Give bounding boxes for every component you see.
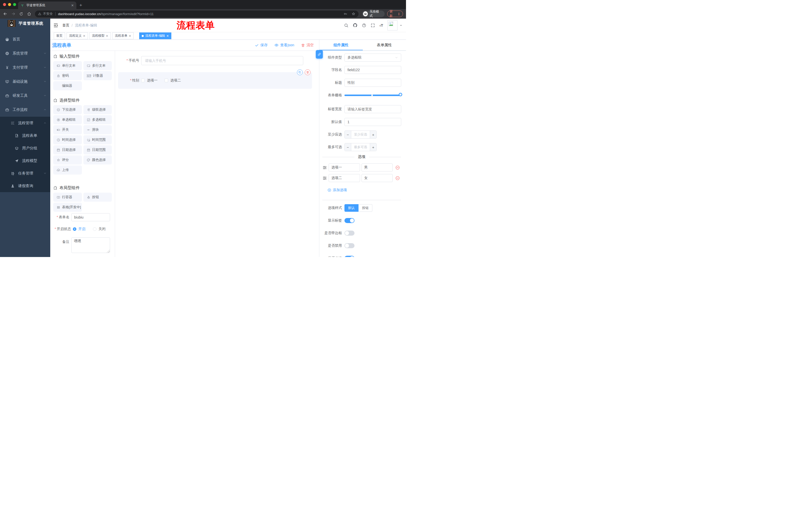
- fullscreen-icon[interactable]: [371, 23, 375, 28]
- form-name-input[interactable]: [71, 213, 110, 221]
- option-label-input[interactable]: [329, 174, 360, 182]
- sidebar-logo[interactable]: 芋道管理系统: [0, 19, 50, 28]
- update-button[interactable]: 更新 ⋮: [387, 10, 403, 17]
- key-icon[interactable]: [343, 12, 347, 16]
- palette-item-日期范围[interactable]: 日期范围: [83, 145, 112, 154]
- max-select-value[interactable]: 最多可选: [351, 143, 370, 151]
- avatar-caret-icon[interactable]: [400, 23, 403, 28]
- sidebar-item-流程模型[interactable]: 流程模型: [0, 154, 50, 167]
- sidebar-item-任务管理[interactable]: 任务管理: [0, 167, 50, 180]
- canvas-field-phone[interactable]: *手机号: [115, 56, 319, 65]
- palette-item-表格[开发中][interactable]: 表格[开发中]: [53, 203, 82, 212]
- tab-close-icon[interactable]: ✕: [71, 3, 74, 7]
- new-tab-button[interactable]: +: [79, 2, 82, 8]
- palette-item-单选框组[interactable]: 单选框组: [53, 115, 82, 124]
- palette-item-上传[interactable]: 上传: [53, 165, 82, 174]
- maximize-window-button[interactable]: [13, 3, 16, 6]
- bookmark-star-icon[interactable]: [351, 12, 355, 16]
- close-window-button[interactable]: [3, 3, 6, 6]
- palette-item-密码[interactable]: 密码: [53, 71, 82, 80]
- tag-close-icon[interactable]: ✕: [106, 34, 108, 38]
- browser-tab[interactable]: 芋道管理系统 ✕: [18, 1, 76, 9]
- tag-流程表单-编辑[interactable]: 流程表单-编辑✕: [139, 32, 171, 39]
- checkbox-box[interactable]: [141, 79, 145, 82]
- label-width-input[interactable]: [344, 105, 401, 113]
- breadcrumb-home[interactable]: 首页: [62, 23, 69, 28]
- toggle-显示标签[interactable]: [344, 218, 354, 223]
- tag-close-icon[interactable]: ✕: [128, 34, 131, 38]
- toggle-是否必填[interactable]: [344, 256, 354, 257]
- checkbox-选项二[interactable]: 选项二: [165, 78, 181, 83]
- tag-流程模型[interactable]: 流程模型✕: [89, 32, 111, 39]
- forward-icon[interactable]: [11, 11, 16, 16]
- sidebar-item-流程表单[interactable]: 流程表单: [0, 129, 50, 142]
- tag-close-icon[interactable]: ✕: [166, 34, 169, 38]
- toggle-是否带边框[interactable]: [344, 231, 354, 236]
- sidebar-item-工作流程[interactable]: 工作流程: [0, 103, 50, 117]
- drag-handle-icon[interactable]: [322, 165, 327, 170]
- reload-icon[interactable]: [19, 12, 23, 16]
- url-bar[interactable]: 不安全 dashboard.yudao.iocoder.cn /bpm/mana…: [35, 10, 358, 17]
- remove-option-button[interactable]: [395, 176, 400, 181]
- sidebar-item-首页[interactable]: 首页: [0, 32, 50, 46]
- clear-button[interactable]: 清空: [301, 43, 314, 48]
- component-type-select[interactable]: 多选框组: [344, 54, 401, 62]
- palette-item-计数器[interactable]: 123计数器: [83, 71, 112, 80]
- help-icon[interactable]: [362, 23, 366, 28]
- palette-item-时间选择[interactable]: 时间选择: [53, 135, 82, 144]
- palette-item-日期选择[interactable]: 日期选择: [53, 145, 82, 154]
- min-select-value[interactable]: 至少应选: [351, 131, 370, 138]
- drag-handle-icon[interactable]: [322, 176, 327, 181]
- field-name-input[interactable]: [344, 66, 401, 74]
- status-on-radio[interactable]: [73, 227, 76, 231]
- title-input[interactable]: [344, 79, 401, 87]
- palette-item-下拉选择[interactable]: 下拉选择: [53, 105, 82, 114]
- default-value-input[interactable]: [344, 118, 401, 126]
- palette-item-按钮[interactable]: 按钮: [83, 193, 112, 202]
- view-json-button[interactable]: 查看json: [274, 43, 294, 48]
- checkbox-box[interactable]: [165, 79, 168, 82]
- sidebar-item-用户分组[interactable]: 用户分组: [0, 142, 50, 154]
- back-icon[interactable]: [3, 11, 7, 16]
- slider-handle[interactable]: [399, 93, 402, 96]
- minimize-window-button[interactable]: [8, 3, 11, 6]
- phone-input[interactable]: [141, 56, 303, 65]
- palette-item-颜色选择[interactable]: 颜色选择: [83, 155, 112, 164]
- tag-close-icon[interactable]: ✕: [83, 34, 85, 38]
- sidebar-item-流程管理[interactable]: 流程管理: [0, 117, 50, 129]
- palette-item-开关[interactable]: 开关: [53, 125, 82, 134]
- tag-流程表单[interactable]: 流程表单✕: [112, 32, 134, 39]
- delete-component-button[interactable]: [305, 70, 311, 75]
- palette-item-行容器[interactable]: 行容器: [53, 193, 82, 202]
- remove-option-button[interactable]: [395, 165, 400, 170]
- plus-button[interactable]: +: [370, 131, 376, 138]
- save-button[interactable]: 保存: [255, 43, 267, 48]
- search-icon[interactable]: [344, 23, 348, 28]
- option-value-input[interactable]: [361, 174, 393, 182]
- browser-menu-icon[interactable]: ⋮: [398, 12, 401, 16]
- font-size-icon[interactable]: тT: [379, 23, 383, 27]
- copy-component-button[interactable]: [297, 70, 303, 75]
- toggle-是否禁用[interactable]: [344, 243, 354, 248]
- palette-item-单行文本[interactable]: 单行文本: [53, 61, 82, 70]
- sidebar-item-基础设施[interactable]: 基础设施: [0, 75, 50, 88]
- option-value-input[interactable]: [361, 163, 393, 171]
- palette-item-评分[interactable]: 评分: [53, 155, 82, 164]
- github-icon[interactable]: [353, 23, 357, 28]
- sidebar-item-研发工具[interactable]: 研发工具: [0, 88, 50, 103]
- sidebar-item-系统管理[interactable]: 系统管理: [0, 46, 50, 60]
- minus-button[interactable]: −: [345, 143, 351, 151]
- home-icon[interactable]: [27, 11, 31, 16]
- remark-textarea[interactable]: 嘿嘿: [71, 237, 110, 253]
- tab-component-props[interactable]: 组件属性: [319, 40, 363, 50]
- sidebar-item-支付管理[interactable]: 支付管理: [0, 60, 50, 75]
- palette-item-时间范围[interactable]: 时间范围: [83, 135, 112, 144]
- tag-流程定义[interactable]: 流程定义✕: [66, 32, 88, 39]
- option-style-默认[interactable]: 默认: [344, 204, 358, 212]
- tag-首页[interactable]: 首页: [54, 32, 65, 39]
- canvas-field-gender-selected[interactable]: *性别 选项一选项二: [118, 72, 312, 89]
- minus-button[interactable]: −: [345, 131, 351, 138]
- add-option-button[interactable]: 添加选项: [327, 188, 347, 192]
- status-off-radio[interactable]: [93, 227, 96, 231]
- hamburger-icon[interactable]: [53, 23, 58, 28]
